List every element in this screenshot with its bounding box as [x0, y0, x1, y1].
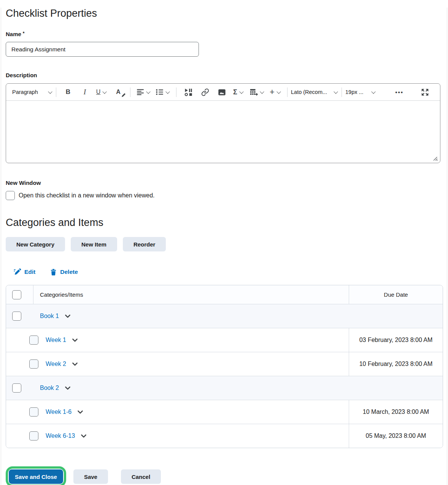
alignment-dropdown[interactable] [137, 86, 151, 99]
delete-label: Delete [60, 269, 78, 275]
font-family-label: Lato (Recom... [291, 89, 327, 95]
plus-icon: + [270, 87, 275, 97]
font-color-letter: A [116, 89, 121, 95]
table-dropdown[interactable] [249, 86, 264, 99]
row-actions-chevron[interactable] [65, 315, 70, 318]
row-checkbox[interactable] [29, 359, 38, 369]
bold-button[interactable]: B [62, 86, 74, 99]
table-header-row: Categories/Items Due Date [6, 285, 443, 304]
paragraph-format-label: Paragraph [12, 89, 38, 95]
cancel-button[interactable]: Cancel [121, 469, 161, 484]
footer-buttons: Save and Close Save Cancel [6, 466, 442, 485]
required-asterisk: * [23, 31, 25, 36]
due-date-cell: 05 May, 2023 8:00 AM [349, 424, 443, 448]
toolbar-separator [176, 87, 176, 97]
row-actions-chevron[interactable] [78, 410, 83, 414]
due-date-column-header: Due Date [349, 285, 443, 304]
name-input[interactable] [6, 42, 199, 57]
save-button[interactable]: Save [73, 469, 108, 484]
highlight-ring: Save and Close [6, 466, 66, 485]
row-checkbox[interactable] [12, 312, 21, 321]
fullscreen-icon [421, 88, 429, 96]
select-all-checkbox[interactable] [12, 290, 21, 299]
font-color-button[interactable]: A [113, 86, 124, 99]
toolbar-separator [287, 87, 288, 97]
table-row-category: Book 1 [6, 304, 443, 328]
table-header-checkbox-cell [6, 285, 33, 304]
table-row-item: Week 6-13 05 May, 2023 8:00 AM [6, 424, 443, 448]
category-link[interactable]: Book 2 [40, 385, 59, 391]
bullet-list-icon [156, 89, 164, 95]
toolbar-separator [56, 87, 56, 97]
fullscreen-button[interactable] [419, 86, 431, 99]
table-actions-row: Edit Delete [6, 268, 442, 276]
new-item-button[interactable]: New Item [71, 237, 117, 251]
insert-link-button[interactable] [199, 86, 211, 99]
categories-items-table: Categories/Items Due Date Book 1 Week 1 … [6, 285, 443, 448]
row-actions-chevron[interactable] [65, 386, 70, 390]
new-category-button[interactable]: New Category [6, 237, 65, 251]
chevron-down-icon [72, 363, 78, 366]
row-actions-chevron[interactable] [72, 339, 78, 342]
save-and-close-button[interactable]: Save and Close [9, 469, 63, 484]
categories-and-items-heading: Categories and Items [6, 217, 442, 229]
pencil-icon [121, 92, 126, 97]
description-editor-area[interactable] [6, 101, 440, 163]
table-row-item: Week 1-6 10 March, 2023 8:00 AM [6, 400, 443, 424]
font-size-dropdown[interactable]: 19px ... [345, 86, 376, 99]
equation-dropdown[interactable]: Σ [233, 86, 244, 99]
insert-stuff-icon [184, 88, 192, 96]
row-checkbox[interactable] [29, 407, 38, 417]
item-link[interactable]: Week 1-6 [46, 409, 71, 415]
due-date-cell [349, 304, 443, 328]
more-actions-button[interactable]: ••• [393, 89, 406, 96]
insert-stuff-button[interactable] [183, 86, 194, 99]
chevron-down-icon [371, 89, 375, 94]
row-checkbox[interactable] [29, 431, 38, 440]
description-label: Description [6, 72, 442, 78]
underline-dropdown[interactable]: U [96, 86, 107, 99]
edit-button[interactable]: Edit [14, 268, 35, 276]
row-checkbox[interactable] [12, 383, 21, 393]
link-icon [201, 88, 209, 96]
row-actions-chevron[interactable] [81, 434, 86, 438]
item-link[interactable]: Week 2 [46, 361, 66, 367]
chevron-down-icon [276, 89, 281, 94]
list-dropdown[interactable] [156, 86, 170, 99]
underline-label: U [96, 89, 101, 95]
sigma-icon: Σ [233, 88, 237, 96]
reorder-button[interactable]: Reorder [123, 237, 166, 251]
row-main-cell: Week 1-6 [6, 400, 349, 424]
page-title: Checklist Properties [6, 8, 442, 19]
row-actions-chevron[interactable] [72, 363, 78, 366]
chevron-down-icon [81, 434, 86, 438]
italic-button[interactable]: I [79, 86, 91, 99]
due-date-cell: 10 February, 2023 8:00 AM [349, 352, 443, 376]
trash-icon [50, 269, 57, 276]
item-link[interactable]: Week 6-13 [46, 433, 75, 439]
chevron-down-icon [239, 89, 243, 94]
new-window-option: Open this checklist in a new window when… [6, 191, 442, 200]
category-link[interactable]: Book 1 [40, 313, 59, 320]
paragraph-format-dropdown[interactable]: Paragraph [12, 86, 52, 99]
row-main-cell: Book 1 [6, 304, 349, 328]
chevron-down-icon [334, 89, 338, 94]
checklist-properties-page: Checklist Properties Name* Description P… [1, 8, 447, 485]
edit-label: Edit [24, 269, 35, 275]
new-window-checkbox[interactable] [6, 191, 15, 200]
row-checkbox[interactable] [29, 336, 38, 345]
item-link[interactable]: Week 1 [46, 337, 66, 343]
chevron-down-icon [65, 386, 70, 390]
chevron-down-icon [146, 89, 150, 94]
toolbar-separator [342, 87, 342, 97]
row-main-cell: Book 2 [6, 376, 349, 400]
delete-button[interactable]: Delete [50, 268, 78, 276]
resize-handle-icon[interactable] [432, 156, 438, 161]
name-label-text: Name [6, 31, 21, 37]
insert-image-button[interactable] [216, 86, 227, 99]
image-icon [218, 88, 226, 96]
categories-items-column-header: Categories/Items [33, 285, 349, 304]
insert-other-dropdown[interactable]: + [270, 86, 281, 99]
category-buttons-row: New Category New Item Reorder [6, 237, 442, 251]
font-family-dropdown[interactable]: Lato (Recom... [291, 86, 338, 99]
